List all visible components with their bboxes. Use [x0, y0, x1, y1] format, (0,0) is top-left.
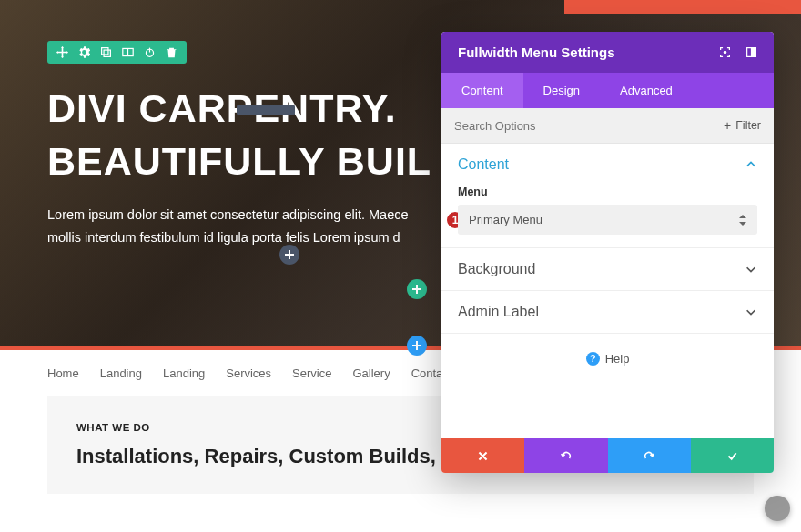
add-row-button[interactable]	[407, 279, 427, 299]
focus-icon[interactable]	[719, 46, 731, 58]
section-background-head[interactable]: Background	[458, 261, 757, 277]
panel-tabs: Content Design Advanced	[441, 73, 774, 108]
filter-button[interactable]: +Filter	[711, 108, 774, 143]
nav-item[interactable]: Home	[47, 366, 79, 380]
duplicate-icon[interactable]	[100, 46, 112, 58]
undo-button[interactable]	[524, 438, 607, 473]
nav-item[interactable]: Landing	[100, 366, 142, 380]
section-adminlabel-head[interactable]: Admin Label	[458, 304, 757, 320]
tab-design[interactable]: Design	[523, 73, 600, 108]
cancel-button[interactable]	[441, 438, 524, 473]
svg-text:?: ?	[590, 354, 595, 364]
svg-point-10	[724, 51, 725, 53]
add-section-button[interactable]	[407, 336, 427, 356]
nav-item[interactable]: Landing	[163, 366, 205, 380]
power-icon[interactable]	[144, 46, 156, 58]
help-icon: ?	[586, 352, 600, 366]
section-toolbar[interactable]	[47, 41, 187, 64]
chevron-up-icon	[745, 158, 757, 171]
section-content-head[interactable]: Content	[458, 156, 757, 173]
columns-icon[interactable]	[122, 46, 134, 58]
add-module-button[interactable]	[279, 245, 299, 265]
help-link[interactable]: ? Help	[441, 334, 774, 384]
chevron-down-icon	[745, 263, 757, 276]
module-toolbar[interactable]	[237, 105, 295, 115]
collapse-button[interactable]	[765, 496, 790, 521]
chevron-down-icon	[745, 306, 757, 318]
settings-panel: Fullwidth Menu Settings Content Design A…	[441, 32, 774, 473]
snap-icon[interactable]	[745, 46, 757, 58]
svg-rect-0	[102, 48, 108, 55]
nav-item[interactable]: Service	[292, 366, 331, 380]
move-icon[interactable]	[56, 46, 68, 58]
save-button[interactable]	[691, 438, 774, 473]
gear-icon[interactable]	[78, 46, 90, 58]
menu-select[interactable]: Primary Menu	[458, 205, 757, 235]
panel-title: Fullwidth Menu Settings	[458, 45, 615, 60]
nav-item[interactable]: Services	[226, 366, 271, 380]
svg-rect-1	[104, 50, 110, 56]
redo-button[interactable]	[608, 438, 691, 473]
svg-rect-12	[752, 48, 756, 57]
menu-field-label: Menu	[458, 186, 757, 198]
tab-advanced[interactable]: Advanced	[600, 73, 693, 108]
nav-item[interactable]: Gallery	[352, 366, 390, 380]
search-input[interactable]	[441, 109, 711, 143]
hero-subtext: Lorem ipsum dolor sit amet consectetur a…	[47, 204, 439, 248]
trash-icon[interactable]	[166, 46, 177, 58]
tab-content[interactable]: Content	[441, 73, 523, 108]
select-caret-icon	[739, 215, 746, 226]
